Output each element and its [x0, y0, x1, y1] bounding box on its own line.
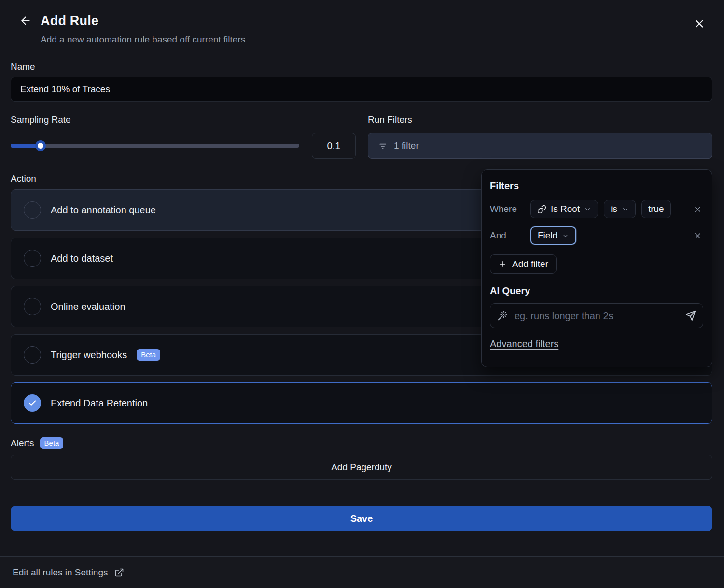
edit-rules-link[interactable]: Edit all rules in Settings: [13, 567, 124, 578]
chevron-down-icon: [562, 232, 569, 239]
advanced-filters-link[interactable]: Advanced filters: [490, 338, 558, 350]
send-icon[interactable]: [685, 310, 696, 321]
run-filters-section: Run Filters 1 filter: [368, 114, 712, 159]
remove-filter-icon[interactable]: [693, 231, 702, 240]
alerts-label: Alerts: [11, 438, 34, 448]
remove-filter-icon[interactable]: [693, 205, 702, 214]
run-filters-label: Run Filters: [368, 114, 712, 125]
filter-lines-icon: [378, 141, 388, 151]
sampling-rate-label: Sampling Rate: [11, 114, 356, 125]
alerts-section: Alerts Beta Add Pagerduty: [11, 437, 712, 480]
run-filters-button-label: 1 filter: [394, 140, 419, 151]
name-section: Name: [11, 61, 712, 102]
action-option-label: Extend Data Retention: [51, 398, 148, 409]
save-button-label: Save: [350, 513, 373, 524]
filters-popover-title: Filters: [490, 181, 702, 192]
radio-unchecked-icon[interactable]: [24, 201, 41, 219]
external-link-icon: [114, 568, 124, 577]
filter-field-value: Is Root: [551, 204, 580, 214]
sampling-rate-value: 0.1: [312, 133, 356, 159]
back-arrow-icon[interactable]: [11, 14, 32, 27]
filter-field-dropdown-focused[interactable]: Field: [530, 226, 576, 245]
save-button[interactable]: Save: [11, 506, 712, 531]
action-option-label: Add to dataset: [51, 253, 113, 264]
close-icon[interactable]: [693, 17, 706, 30]
add-pagerduty-label: Add Pagerduty: [331, 462, 392, 473]
filter-row-prefix: And: [490, 230, 525, 241]
filter-operator-dropdown[interactable]: is: [604, 200, 636, 218]
radio-unchecked-icon[interactable]: [24, 346, 41, 364]
beta-badge: Beta: [40, 437, 64, 449]
filter-row-prefix: Where: [490, 204, 525, 214]
run-filters-button[interactable]: 1 filter: [368, 133, 712, 159]
slider-thumb[interactable]: [35, 140, 46, 151]
chevron-down-icon: [622, 206, 629, 213]
edit-rules-label: Edit all rules in Settings: [13, 567, 108, 578]
filters-popover: Filters Where Is Root is true And Fi: [481, 169, 712, 367]
filter-field-value: Field: [538, 230, 557, 241]
name-label: Name: [11, 61, 712, 72]
page-title: Add Rule: [41, 14, 245, 28]
action-option-label: Online evaluation: [51, 301, 125, 312]
filter-operator-value: is: [611, 204, 617, 214]
slider-track: [11, 144, 299, 148]
ai-query-input[interactable]: [515, 310, 679, 322]
radio-checked-icon[interactable]: [24, 394, 41, 412]
modal-header: Add Rule Add a new automation rule based…: [11, 14, 712, 45]
name-input[interactable]: [11, 77, 712, 102]
add-filter-button[interactable]: Add filter: [490, 254, 557, 274]
beta-badge: Beta: [137, 349, 160, 361]
sampling-rate-slider[interactable]: [11, 133, 299, 159]
radio-unchecked-icon[interactable]: [24, 250, 41, 267]
action-option-extend-data-retention[interactable]: Extend Data Retention: [11, 382, 712, 424]
filter-field-dropdown[interactable]: Is Root: [530, 200, 598, 218]
sampling-rate-section: Sampling Rate 0.1: [11, 114, 356, 159]
page-subtitle: Add a new automation rule based off curr…: [41, 34, 245, 45]
ai-query-input-wrap: [490, 303, 703, 328]
add-filter-label: Add filter: [512, 259, 548, 269]
filter-row-and: And Field: [490, 226, 702, 245]
action-option-label: Add to annotation queue: [51, 205, 156, 216]
chevron-down-icon: [584, 206, 591, 213]
filter-value-button[interactable]: true: [641, 200, 671, 218]
magic-wand-icon: [497, 310, 508, 321]
add-pagerduty-button[interactable]: Add Pagerduty: [11, 455, 712, 480]
link-icon: [537, 205, 546, 214]
ai-query-label: AI Query: [490, 285, 702, 296]
plus-icon: [498, 260, 507, 268]
modal-footer: Edit all rules in Settings: [0, 556, 724, 588]
filter-value: true: [648, 204, 664, 214]
filter-row-where: Where Is Root is true: [490, 200, 702, 218]
action-option-label: Trigger webhooks: [51, 350, 127, 361]
radio-unchecked-icon[interactable]: [24, 298, 41, 315]
